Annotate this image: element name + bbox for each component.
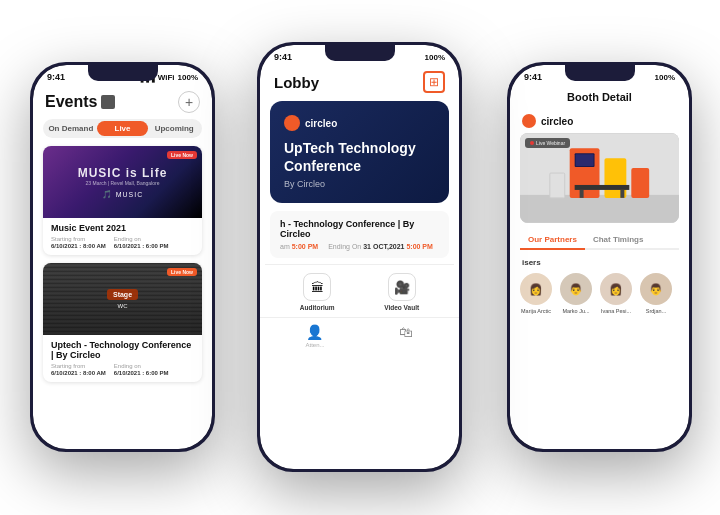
music-sub: 23 March | Revel Mall, Bangalore [78, 180, 168, 186]
apple-music-label: MUSIC [116, 191, 144, 198]
lobby-end-val: 5:00 PM [406, 243, 432, 250]
live-webinar-text: Live Webinar [536, 140, 565, 146]
music-event-dates: Starting from 6/10/2021 : 8:00 AM Ending… [51, 236, 194, 249]
apple-music-icon: 🎵 [102, 190, 112, 199]
qr-symbol: ⊞ [429, 75, 439, 89]
svg-rect-5 [550, 173, 565, 198]
lobby-event-title: h - Technology Conference | By Circleo [280, 219, 439, 239]
sponsor-2[interactable]: 👩 Ivana Pesi... [600, 273, 632, 314]
lobby-end-info: Ending On 31 OCT,2021 5:00 PM [328, 243, 433, 250]
lobby-start-val: 5:00 PM [292, 243, 318, 250]
music-start-val: 6/10/2021 : 8:00 AM [51, 243, 106, 249]
hero-event-title: UpTech Technology Conference [284, 139, 435, 175]
sponsor-0[interactable]: 👩 Marija Arctic [520, 273, 552, 314]
lobby-event-dates: am 5:00 PM Ending On 31 OCT,2021 5:00 PM [280, 243, 439, 250]
booth-title: Booth Detail [567, 91, 632, 103]
music-event-image-content: MUSIC is Life 23 March | Revel Mall, Ban… [78, 166, 168, 199]
hero-event-sub: By Circleo [284, 179, 435, 189]
lobby-bottom-nav: 👤 Atten... 🛍 [260, 317, 459, 352]
qr-icon-button[interactable]: ⊞ [423, 71, 445, 93]
tab-on-demand[interactable]: On Demand [45, 121, 97, 136]
uptech-start-val: 6/10/2021 : 8:00 AM [51, 370, 106, 376]
tab-chat-timings[interactable]: Chat Timings [585, 231, 652, 250]
live-badge-uptech: Live Now [167, 268, 197, 276]
uptech-end-val: 6/10/2021 : 6:00 PM [114, 370, 169, 376]
tab-upcoming[interactable]: Upcoming [148, 121, 200, 136]
lobby-start-time: am 5:00 PM [280, 243, 318, 250]
phone-events: 9:41 ▐▐▐ WiFi 100% Events + [30, 62, 215, 452]
attendees-icon: 👤 [306, 324, 323, 340]
battery-pct-right: 100% [655, 73, 675, 82]
events-title-text: Events [45, 93, 97, 111]
uptech-start-label: Starting from [51, 363, 106, 369]
sponsor-3[interactable]: 👨 Srdjan... [640, 273, 672, 314]
booth-image-content: Live Webinar [520, 133, 679, 223]
lobby-title: Lobby [274, 74, 319, 91]
music-event-name: Music Event 2021 [51, 223, 194, 233]
uptech-event-info: Uptech - Technology Conference | By Circ… [43, 335, 202, 382]
sponsor-1[interactable]: 👨 Marko Ju... [560, 273, 592, 314]
status-icons-right: 100% [655, 73, 675, 82]
music-event-card[interactable]: MUSIC is Life 23 March | Revel Mall, Ban… [43, 146, 202, 255]
music-start-label: Starting from [51, 236, 106, 242]
lobby-nav-icons: 🏛 Auditorium 🎥 Video Vault [265, 264, 454, 317]
uptech-end-label: Ending on [114, 363, 169, 369]
uptech-start-date: Starting from 6/10/2021 : 8:00 AM [51, 363, 106, 376]
uptech-end-date: Ending on 6/10/2021 : 6:00 PM [114, 363, 169, 376]
add-event-button[interactable]: + [178, 91, 200, 113]
stage-label: Stage [107, 289, 138, 300]
sponsors-row: 👩 Marija Arctic 👨 Marko Ju... 👩 Ivana Pe… [510, 273, 689, 322]
music-end-date: Ending on 6/10/2021 : 6:00 PM [114, 236, 169, 249]
uptech-event-card[interactable]: Stage WC Live Now Uptech - Technology Co… [43, 263, 202, 382]
sponsor-1-name: Marko Ju... [562, 308, 589, 314]
svg-rect-6 [575, 185, 630, 190]
scene: 9:41 ▐▐▐ WiFi 100% Events + [0, 0, 720, 515]
uptech-event-dates: Starting from 6/10/2021 : 8:00 AM Ending… [51, 363, 194, 376]
events-title: Events [45, 93, 115, 111]
nav-video-vault[interactable]: 🎥 Video Vault [384, 273, 419, 311]
nav-auditorium[interactable]: 🏛 Auditorium [300, 273, 335, 311]
battery-pct-mid: 100% [425, 53, 445, 62]
music-event-image: MUSIC is Life 23 March | Revel Mall, Ban… [43, 146, 202, 218]
svg-rect-0 [520, 193, 679, 223]
nav-shop[interactable]: 🛍 [399, 324, 413, 348]
music-event-info: Music Event 2021 Starting from 6/10/2021… [43, 218, 202, 255]
lobby-end-lbl: Ending On [328, 243, 361, 250]
video-vault-label: Video Vault [384, 304, 419, 311]
tab-live[interactable]: Live [97, 121, 149, 136]
booth-brand: circleo [510, 109, 689, 133]
music-logo: 🎵 MUSIC [78, 190, 168, 199]
attendees-label: Atten... [305, 342, 324, 348]
wifi-icon: WiFi [158, 73, 175, 82]
svg-rect-7 [580, 190, 584, 198]
booth-header: Booth Detail [510, 87, 689, 109]
events-header: Events + [33, 87, 212, 119]
notch-right [565, 65, 635, 81]
lobby-hero-card[interactable]: circleo UpTech Technology Conference By … [270, 101, 449, 203]
lobby-event-row[interactable]: h - Technology Conference | By Circleo a… [270, 211, 449, 258]
sponsor-1-img: 👨 [560, 273, 592, 305]
phone-lobby: 9:41 100% Lobby ⊞ circleo [257, 42, 462, 472]
booth-tabs: Our Partners Chat Timings [520, 231, 679, 250]
lobby-brand: circleo [284, 115, 435, 131]
wc-label: WC [107, 303, 138, 309]
events-screen: 9:41 ▐▐▐ WiFi 100% Events + [33, 65, 212, 449]
sponsor-2-img: 👩 [600, 273, 632, 305]
calendar-icon [101, 95, 115, 109]
status-icons-mid: 100% [425, 53, 445, 62]
shop-icon: 🛍 [399, 324, 413, 340]
events-tabs: On Demand Live Upcoming [43, 119, 202, 138]
sponsor-0-name: Marija Arctic [521, 308, 551, 314]
live-dot [530, 141, 534, 145]
tab-our-partners[interactable]: Our Partners [520, 231, 585, 250]
crowd-overlay-content: Stage WC [107, 289, 138, 309]
lobby-end-date: 31 OCT,2021 [363, 243, 404, 250]
brand-logo-text: circleo [305, 118, 337, 129]
nav-attendees[interactable]: 👤 Atten... [305, 324, 324, 348]
battery-icon: 100% [178, 73, 198, 82]
notch-left [88, 65, 158, 81]
brand-name-right: circleo [541, 116, 573, 127]
sponsor-3-name: Srdjan... [646, 308, 666, 314]
svg-rect-10 [576, 154, 594, 166]
lobby-header: Lobby ⊞ [260, 67, 459, 101]
